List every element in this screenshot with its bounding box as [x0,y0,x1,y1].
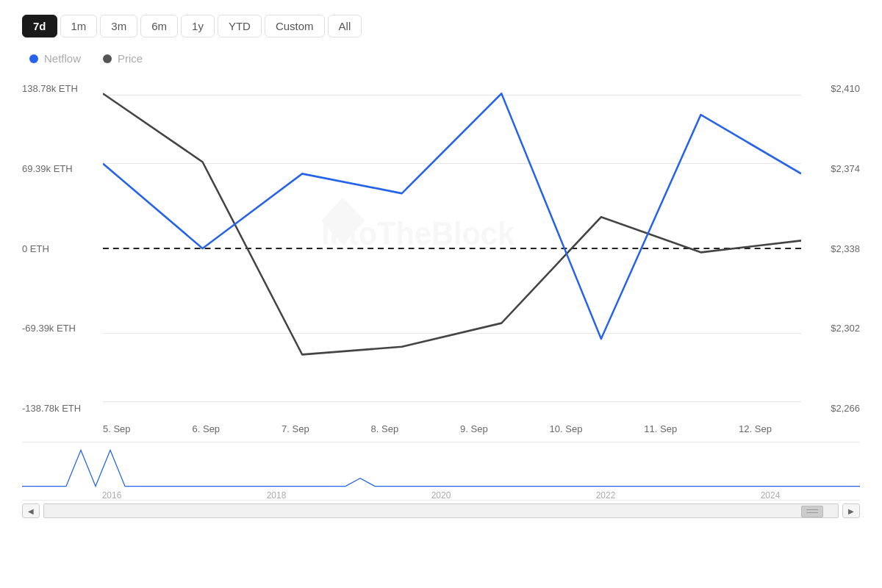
y-left-label: 0 ETH [22,243,81,254]
time-btn-custom[interactable]: Custom [265,15,325,37]
y-axis-left: 138.78k ETH69.39k ETH0 ETH-69.39k ETH-13… [22,79,81,417]
y-left-label: -69.39k ETH [22,323,81,334]
x-label: 12. Sep [739,423,772,434]
mini-year-label: 2016 [102,490,122,501]
time-range-bar: 7d1m3m6m1yYTDCustomAll [22,15,860,37]
y-right-label: $2,374 [831,163,860,174]
time-btn-1y[interactable]: 1y [181,15,215,37]
time-btn-1m[interactable]: 1m [60,15,98,37]
chart-wrapper: 138.78k ETH69.39k ETH0 ETH-69.39k ETH-13… [22,79,860,417]
x-label: 8. Sep [371,423,399,434]
x-label: 5. Sep [103,423,131,434]
mini-chart-wrapper: 20162018202020222024 [22,442,860,501]
time-btn-6m[interactable]: 6m [140,15,178,37]
y-left-label: -138.78k ETH [22,403,81,414]
time-btn-3m[interactable]: 3m [100,15,137,37]
main-container: 7d1m3m6m1yYTDCustomAll Netflow Price 138… [0,0,882,588]
price-dot [103,54,112,63]
mini-year-label: 2024 [761,490,781,501]
time-btn-7d[interactable]: 7d [22,15,57,37]
y-left-label: 138.78k ETH [22,83,81,94]
mini-chart-svg [22,446,860,490]
x-label: 11. Sep [644,423,677,434]
scrollbar-area: ◀ ▶ [22,503,860,518]
x-label: 7. Sep [282,423,309,434]
legend-netflow: Netflow [29,52,81,65]
scroll-right-button[interactable]: ▶ [842,503,860,518]
mini-year-label: 2018 [267,490,287,501]
scroll-left-button[interactable]: ◀ [22,503,40,518]
mini-year-label: 2020 [431,490,451,501]
legend: Netflow Price [29,52,860,65]
y-axis-right: $2,410$2,374$2,338$2,302$2,266 [831,79,860,417]
y-left-label: 69.39k ETH [22,163,81,174]
legend-price: Price [103,52,143,65]
x-axis: 5. Sep6. Sep7. Sep8. Sep9. Sep10. Sep11.… [22,423,860,434]
y-right-label: $2,338 [831,243,860,254]
scroll-track[interactable] [43,503,839,518]
x-label: 9. Sep [460,423,488,434]
scroll-thumb[interactable] [801,506,823,517]
chart-svg: IntoTheBlock [103,79,801,417]
netflow-label: Netflow [44,52,81,65]
netflow-dot [29,54,38,63]
time-btn-ytd[interactable]: YTD [218,15,262,37]
x-label: 6. Sep [193,423,220,434]
x-label: 10. Sep [550,423,583,434]
y-right-label: $2,410 [831,83,860,94]
chart-svg-container: IntoTheBlock [103,79,801,417]
time-btn-all[interactable]: All [328,15,362,37]
y-right-label: $2,302 [831,323,860,334]
mini-year-label: 2022 [596,490,616,501]
price-label: Price [118,52,143,65]
y-right-label: $2,266 [831,403,860,414]
